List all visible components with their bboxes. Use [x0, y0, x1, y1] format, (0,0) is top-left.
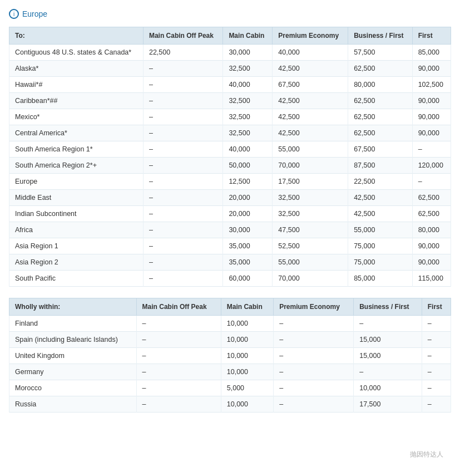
page-title: Europe [22, 9, 47, 18]
table-cell: 32,500 [223, 125, 273, 141]
table-cell: 120,000 [412, 158, 451, 174]
table-cell: 42,500 [273, 109, 348, 125]
table-cell: 87,500 [348, 158, 413, 174]
table-cell: 32,500 [273, 190, 348, 206]
table-cell: 62,500 [348, 109, 413, 125]
table-cell: 52,500 [273, 238, 348, 254]
table-row: Spain (including Balearic Islands)–10,00… [9, 332, 451, 348]
table-cell: – [422, 332, 451, 348]
table-cell: – [143, 141, 222, 158]
table-cell: 10,000 [221, 364, 273, 380]
table-cell: Spain (including Balearic Islands) [9, 332, 137, 348]
table-row: Caribbean*##–32,50042,50062,50090,000 [9, 93, 451, 109]
table-cell: 40,000 [223, 141, 273, 158]
table-row: Contiguous 48 U.S. states & Canada*22,50… [9, 45, 451, 61]
table-cell: Middle East [9, 190, 144, 206]
table-cell: 90,000 [412, 109, 451, 125]
table-cell: 85,000 [348, 271, 413, 287]
table-cell: 85,000 [412, 45, 451, 61]
table-cell: – [412, 174, 451, 190]
table-cell: 55,000 [348, 222, 413, 238]
table-cell: 10,000 [221, 316, 273, 332]
table-cell: 22,500 [348, 174, 413, 190]
table-cell: 35,000 [223, 254, 273, 271]
table-cell: 75,000 [348, 238, 413, 254]
col-wholly-within: Wholly within: [9, 298, 137, 316]
table-row: United Kingdom–10,000–15,000– [9, 348, 451, 364]
table-cell: South America Region 1* [9, 141, 144, 158]
table-cell: – [422, 396, 451, 413]
table-cell: Indian Subcontinent [9, 206, 144, 222]
table-cell: 75,000 [348, 254, 413, 271]
table-cell: 90,000 [412, 61, 451, 77]
table-cell: Europe [9, 174, 144, 190]
table-cell: South America Region 2*+ [9, 158, 144, 174]
table-cell: – [143, 222, 222, 238]
table-row: Morocco–5,000–10,000– [9, 380, 451, 396]
col-premium-economy: Premium Economy [273, 27, 348, 45]
table-cell: Alaska* [9, 61, 144, 77]
table-row: Germany–10,000––– [9, 364, 451, 380]
table-cell: South Pacific [9, 271, 144, 287]
table-cell: – [136, 364, 221, 380]
table-cell: – [412, 141, 451, 158]
table-cell: 20,000 [223, 206, 273, 222]
col-main-cabin-off-peak: Main Cabin Off Peak [143, 27, 222, 45]
table-cell: 80,000 [348, 77, 413, 93]
table-cell: – [274, 364, 354, 380]
table-cell: 102,500 [412, 77, 451, 93]
table-cell: 32,500 [223, 109, 273, 125]
table-cell: 90,000 [412, 125, 451, 141]
table-row: South America Region 1*–40,00055,00067,5… [9, 141, 451, 158]
col2-first: First [422, 298, 451, 316]
table-cell: – [274, 348, 354, 364]
col-first: First [412, 27, 451, 45]
table-cell: – [136, 396, 221, 413]
table-cell: 10,000 [221, 348, 273, 364]
table-cell: 67,500 [273, 77, 348, 93]
table-cell: 10,000 [354, 380, 422, 396]
table-cell: 62,500 [348, 125, 413, 141]
table-cell: – [136, 348, 221, 364]
table-cell: – [143, 254, 222, 271]
table-cell: 17,500 [354, 396, 422, 413]
table-cell: – [136, 332, 221, 348]
col-main-cabin: Main Cabin [223, 27, 273, 45]
table-cell: 32,500 [223, 61, 273, 77]
table-cell: – [143, 238, 222, 254]
table2-header-row: Wholly within: Main Cabin Off Peak Main … [9, 298, 451, 316]
col2-business-first: Business / First [354, 298, 422, 316]
table-row: Europe–12,50017,50022,500– [9, 174, 451, 190]
table-cell: 30,000 [223, 222, 273, 238]
table-cell: 115,000 [412, 271, 451, 287]
table-cell: United Kingdom [9, 348, 137, 364]
table-cell: Mexico* [9, 109, 144, 125]
table-cell: Central America* [9, 125, 144, 141]
table-cell: Hawaii*# [9, 77, 144, 93]
table-cell: – [274, 380, 354, 396]
table-cell: Morocco [9, 380, 137, 396]
table-cell: – [143, 158, 222, 174]
table-cell: 62,500 [348, 61, 413, 77]
table-cell: – [143, 125, 222, 141]
table-cell: – [143, 109, 222, 125]
table-row: Middle East–20,00032,50042,50062,500 [9, 190, 451, 206]
info-icon[interactable]: i [9, 9, 19, 19]
table-cell: 10,000 [221, 396, 273, 413]
table-row: Russia–10,000–17,500– [9, 396, 451, 413]
table-cell: 42,500 [273, 93, 348, 109]
table1-header-row: To: Main Cabin Off Peak Main Cabin Premi… [9, 27, 451, 45]
table-cell: – [143, 174, 222, 190]
table-row: Indian Subcontinent–20,00032,50042,50062… [9, 206, 451, 222]
table-row: South Pacific–60,00070,00085,000115,000 [9, 271, 451, 287]
table-cell: – [422, 380, 451, 396]
table-cell: – [274, 396, 354, 413]
table-cell: 35,000 [223, 238, 273, 254]
table-cell: 60,000 [223, 271, 273, 287]
table-cell: 70,000 [273, 271, 348, 287]
table-cell: 42,500 [348, 206, 413, 222]
table-row: Alaska*–32,50042,50062,50090,000 [9, 61, 451, 77]
table-row: Hawaii*#–40,00067,50080,000102,500 [9, 77, 451, 93]
table-row: Finland–10,000––– [9, 316, 451, 332]
table-cell: – [143, 61, 222, 77]
